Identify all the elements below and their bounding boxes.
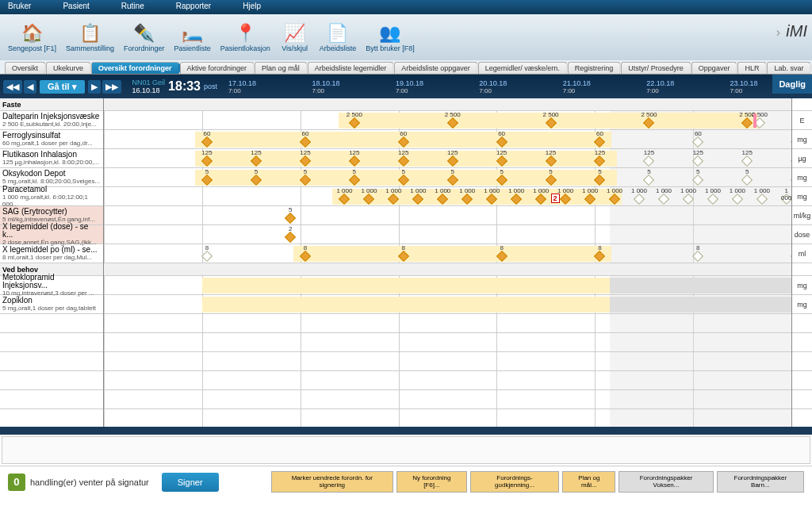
app-logo: iMI	[786, 22, 807, 40]
lg-marker[interactable]: Marker uendrede forordn. for signering	[271, 471, 394, 493]
tb-byttbruker[interactable]: 👥Bytt bruker [F8]	[361, 21, 419, 54]
menu-pasient[interactable]: Pasient	[63, 2, 89, 13]
patient-date: 16.10.18	[132, 86, 166, 94]
med-row[interactable]: Zopiklon5 mg,oralt,1 doser per dag,table…	[0, 295, 103, 314]
timeline-row[interactable]: 5555555555555	[104, 168, 791, 187]
daglig-tab[interactable]: Daglig	[772, 75, 812, 94]
timeline-header: ◀◀ ◀ Gå til ▾ ▶ ▶▶ NN01 Geil 16.10.18 18…	[0, 75, 812, 98]
timeline-row[interactable]: 2 5002 5002 5002 5002 5002 5002 500	[104, 111, 791, 130]
lg-ny[interactable]: Ny forordning [F6]...	[396, 471, 466, 493]
tab-oversikt[interactable]: Oversikt	[5, 62, 45, 74]
timeline-row[interactable]: 2	[104, 225, 791, 244]
med-row[interactable]: Flutikason Inhalasjon125 µg,inhalasjon,k…	[0, 149, 103, 168]
tab-labsvar[interactable]: Lab. svar	[767, 62, 810, 74]
menu-rapporter[interactable]: Rapporter	[176, 2, 211, 13]
list-icon: 📋	[79, 22, 101, 44]
tb-pasientliste[interactable]: 🛏️Pasientliste	[170, 21, 216, 54]
tab-legemidler[interactable]: Legemidler/ væske/ern.	[478, 62, 567, 74]
medication-grid: FasteDalteparin Injeksjonsvæske2 500 E,s…	[0, 98, 812, 427]
unit-cell: ml	[792, 244, 812, 263]
signature-text: handling(er) venter på signatur	[30, 477, 149, 487]
tab-utstyr[interactable]: Utstyr/ Prosedyre	[621, 62, 691, 74]
tab-planogmaal[interactable]: Plan og mål	[255, 62, 307, 74]
patient-info: NN01 Geil 16.10.18	[132, 79, 166, 94]
clipboard-icon: 📄	[327, 22, 348, 44]
nav-back[interactable]: ◀	[24, 80, 36, 94]
lg-godkj[interactable]: Forordnings-godkjenning...	[470, 471, 560, 493]
tab-hlr[interactable]: HLR	[737, 62, 766, 74]
section-header: Faste	[0, 98, 103, 111]
home-icon: 🏠	[21, 22, 43, 44]
menu-rutine[interactable]: Rutine	[121, 2, 144, 13]
bottom-divider	[0, 427, 812, 435]
nav-fwd[interactable]: ▶	[88, 80, 101, 94]
timeline-row[interactable]	[104, 276, 791, 295]
signature-count: 0	[8, 474, 25, 491]
tb-pasientlokasjon[interactable]: 📍Pasientlokasjon	[216, 21, 275, 54]
alert-badge[interactable]: 2	[551, 194, 560, 203]
lg-voksen[interactable]: Forordningspakker Voksen...	[619, 471, 714, 493]
nav-ffwd[interactable]: ▶▶	[102, 80, 121, 94]
menu-hjelp[interactable]: Hjelp	[243, 2, 261, 13]
unit-cell: ml/kg	[792, 206, 812, 225]
unit-cell: dose	[792, 225, 812, 244]
timeline-row[interactable]: 1 0001 0001 0001 0001 0001 0001 0001 000…	[104, 187, 791, 206]
bed-icon: 🛏️	[182, 22, 203, 44]
pen-icon: ✒️	[133, 22, 155, 44]
tab-registrering[interactable]: Registrering	[568, 62, 621, 74]
tab-oversiktforordninger[interactable]: Oversikt forordninger	[91, 62, 179, 74]
lg-plan[interactable]: Plan og mål...	[562, 471, 615, 493]
nav-rewind[interactable]: ◀◀	[3, 80, 22, 94]
unit-cell: mg	[792, 295, 812, 314]
tb-forordninger[interactable]: ✒️Forordninger	[119, 21, 170, 54]
unit-cell: mg	[792, 130, 812, 149]
unit-cell: mg	[792, 168, 812, 187]
patient-name: NN01 Geil	[132, 79, 166, 86]
tb-sammenstilling[interactable]: 📋Sammenstilling	[61, 21, 119, 54]
unit-cell: mg	[792, 187, 812, 206]
logo-arrow-icon: ›	[776, 25, 780, 40]
goto-button[interactable]: Gå til ▾	[40, 80, 85, 94]
med-names-column: FasteDalteparin Injeksjonsvæske2 500 E,s…	[0, 98, 104, 427]
pin-icon: 📍	[235, 22, 256, 44]
tab-strip: Oversikt Ukekurve Oversikt forordninger …	[0, 60, 812, 75]
med-row[interactable]: Dalteparin Injeksjonsvæske2 500 E,subkut…	[0, 111, 103, 130]
notes-area[interactable]	[2, 436, 810, 464]
med-row[interactable]: Ferroglysinsulfat60 mg,oralt,1 doser per…	[0, 130, 103, 149]
tab-arbeidslistelegemidler[interactable]: Arbeidsliste legemidler	[308, 62, 394, 74]
med-row[interactable]: X legemiddel po (ml) - se...8 ml,oralt,1…	[0, 244, 103, 263]
tab-arbeidslisteoppgaver[interactable]: Arbeidsliste oppgaver	[394, 62, 477, 74]
med-row[interactable]: Metoklopramid Injeksjonsv...10 mg,intrav…	[0, 276, 103, 295]
user-swap-icon: 👥	[379, 22, 400, 44]
menu-bruker[interactable]: Bruker	[8, 2, 31, 13]
current-time: 18:33	[168, 79, 201, 94]
tab-aktiveforordninger[interactable]: Aktive forordninger	[180, 62, 255, 74]
tab-ukekurve[interactable]: Ukekurve	[46, 62, 90, 74]
tb-sengepost[interactable]: 🏠Sengepost [F1]	[3, 21, 61, 54]
timeline-row[interactable]: 8888888	[104, 244, 791, 263]
tb-visskjul[interactable]: 📈Vis/skjul	[275, 21, 315, 54]
unit-column: Emgµgmgmgml/kgdosemlmgmg	[791, 98, 812, 427]
post-label: post	[204, 82, 217, 90]
footer-bar: 0 handling(er) venter på signatur Signer…	[0, 466, 812, 497]
tab-oppgaver[interactable]: Oppgaver	[691, 62, 737, 74]
timeline-row[interactable]: 60606060606060	[104, 130, 791, 149]
timeline-row[interactable]: 125125125125125125125125125125125125125	[104, 149, 791, 168]
tb-arbeidsliste[interactable]: 📄Arbeidsliste	[315, 21, 362, 54]
unit-cell: mg	[792, 276, 812, 295]
unit-cell: µg	[792, 149, 812, 168]
sign-button[interactable]: Signer	[162, 473, 219, 492]
footer-legend: Marker uendrede forordn. for signering N…	[271, 471, 804, 493]
lg-barn[interactable]: Forordningspakker Barn...	[717, 471, 804, 493]
toolbar: 🏠Sengepost [F1] 📋Sammenstilling ✒️Forord…	[0, 14, 812, 60]
menu-bar: Bruker Pasient Rutine Rapporter Hjelp	[0, 0, 812, 14]
med-row[interactable]: Paracetamol1 000 mg,oralt,kl. 6:00;12:00…	[0, 187, 103, 206]
pulse-icon: 📈	[284, 22, 305, 44]
date-axis: 17.10.187:0018.10.187:0019.10.187:0020.1…	[227, 78, 812, 96]
timeline-row[interactable]: 5	[104, 206, 791, 225]
timeline-row[interactable]	[104, 295, 791, 314]
med-row[interactable]: X legemiddel (dose) - se k...2 dose,anne…	[0, 225, 103, 244]
timeline-column[interactable]: 2 5002 5002 5002 5002 5002 5002 50060606…	[104, 98, 791, 427]
unit-cell: E	[792, 111, 812, 130]
